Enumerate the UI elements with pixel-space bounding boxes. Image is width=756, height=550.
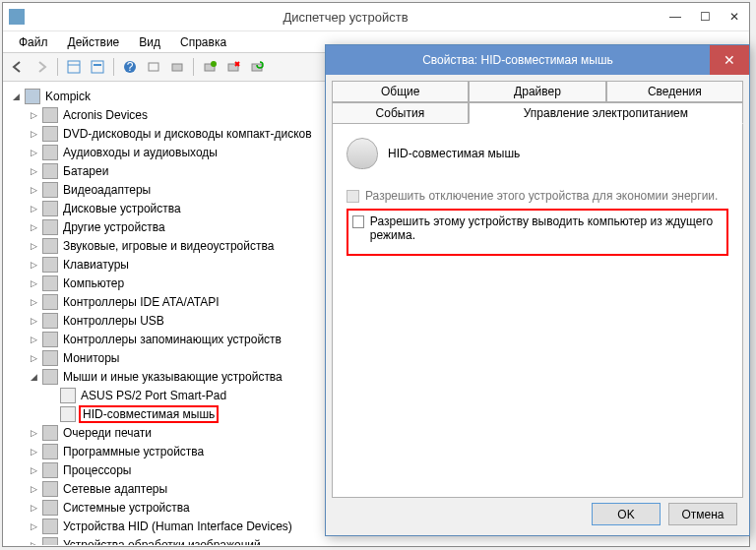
device-icon [42, 145, 58, 160]
expander-icon[interactable]: ▷ [28, 483, 39, 495]
tree-item-label: Acronis Devices [61, 107, 150, 123]
tree-item-label: Устройства HID (Human Interface Devices) [61, 519, 294, 534]
expander-icon[interactable]: ▷ [28, 520, 39, 532]
tree-item-label: Компьютер [61, 275, 126, 291]
show-hide-tree-button[interactable] [63, 56, 85, 78]
refresh-button[interactable] [246, 56, 268, 78]
close-button[interactable]: ✕ [720, 6, 749, 28]
tab-details[interactable]: Сведения [606, 81, 743, 102]
ok-button[interactable]: OK [592, 503, 661, 525]
svg-text:?: ? [127, 60, 134, 74]
mouse-icon [60, 406, 76, 422]
device-icon [42, 182, 58, 198]
tab-power[interactable]: Управление электропитанием [469, 102, 743, 124]
svg-rect-3 [94, 64, 101, 66]
expander-icon[interactable]: ▷ [28, 427, 39, 439]
properties-toolbar-button[interactable] [87, 56, 108, 78]
device-icon [42, 332, 58, 347]
device-icon [42, 313, 58, 329]
menu-action[interactable]: Действие [60, 33, 128, 51]
expander-icon[interactable]: ▷ [28, 446, 39, 458]
tree-item-label: Программные устройства [61, 444, 206, 459]
tab-driver[interactable]: Драйвер [469, 81, 605, 102]
disable-button[interactable] [222, 56, 244, 78]
tree-category[interactable]: ▷Устройства обработки изображений [6, 535, 746, 545]
expander-icon[interactable]: ▷ [28, 221, 39, 233]
expander-icon[interactable]: ▷ [28, 184, 39, 196]
scan-hardware-button[interactable] [143, 56, 164, 78]
menu-help[interactable]: Справка [172, 33, 234, 51]
device-icon [42, 500, 58, 516]
tree-item-label: Другие устройства [61, 219, 167, 235]
checkbox-allow-wake-row[interactable]: Разрешить этому устройству выводить комп… [352, 214, 721, 242]
highlight-frame: Разрешить этому устройству выводить комп… [346, 209, 728, 256]
device-icon [42, 107, 58, 123]
tree-item-label: Контроллеры IDE ATA/ATAPI [61, 294, 221, 310]
tree-item-label: Kompick [43, 89, 93, 104]
expander-icon[interactable]: ▷ [28, 334, 39, 345]
expander-icon[interactable]: ▷ [28, 147, 39, 158]
expander-icon[interactable]: ▷ [28, 315, 39, 327]
device-icon [42, 444, 58, 459]
device-icon [42, 462, 58, 478]
toolbar-separator [113, 58, 114, 76]
checkbox-allow-wake[interactable] [352, 215, 364, 228]
tree-item-label: Устройства обработки изображений [61, 537, 263, 546]
mouse-category-icon [42, 369, 58, 385]
expander-icon[interactable]: ◢ [10, 91, 22, 102]
tree-item-label: Контроллеры запоминающих устройств [61, 332, 284, 347]
expander-icon[interactable]: ▷ [28, 352, 39, 364]
expander-icon[interactable]: ◢ [28, 371, 39, 383]
expander-icon[interactable]: ▷ [28, 203, 39, 214]
menu-view[interactable]: Вид [131, 33, 168, 51]
device-icon [42, 481, 58, 497]
tree-item-label: Аудиовходы и аудиовыходы [61, 145, 220, 160]
expander-icon[interactable]: ▷ [28, 296, 39, 308]
update-driver-button[interactable] [166, 56, 188, 78]
tree-item-label: Дисковые устройства [61, 201, 183, 216]
expander-icon[interactable]: ▷ [28, 109, 39, 121]
device-icon [42, 257, 58, 273]
cancel-button[interactable]: Отмена [668, 503, 737, 525]
expander-icon[interactable] [45, 408, 57, 420]
device-icon [42, 126, 58, 142]
tree-item-label: ASUS PS/2 Port Smart-Pad [79, 388, 228, 403]
device-icon [42, 350, 58, 366]
dialog-title: Свойства: HID-совместимая мышь [326, 53, 710, 67]
tab-events[interactable]: События [332, 102, 469, 124]
tab-general[interactable]: Общие [332, 81, 469, 102]
device-icon [42, 238, 58, 254]
expander-icon[interactable]: ▷ [28, 464, 39, 476]
computer-icon [25, 89, 40, 104]
expander-icon[interactable]: ▷ [28, 539, 39, 546]
expander-icon[interactable]: ▷ [28, 240, 39, 252]
help-button[interactable]: ? [119, 56, 141, 78]
expander-icon[interactable]: ▷ [28, 165, 39, 177]
expander-icon[interactable]: ▷ [28, 277, 39, 289]
tree-item-label: Мыши и иные указывающие устройства [61, 369, 284, 385]
tree-item-label: Батареи [61, 163, 110, 179]
menu-file[interactable]: Файл [11, 33, 56, 51]
svg-rect-6 [149, 63, 158, 71]
forward-button[interactable] [31, 56, 52, 78]
expander-icon[interactable]: ▷ [28, 502, 39, 514]
device-header: HID-совместимая мышь [346, 138, 728, 169]
tree-item-label: Контроллеры USB [61, 313, 166, 329]
tree-item-label: Звуковые, игровые и видеоустройства [61, 238, 276, 254]
tree-item-label: Очереди печати [61, 425, 154, 441]
minimize-button[interactable]: — [661, 6, 690, 28]
checkbox-allow-turnoff-label: Разрешить отключение этого устройства дл… [365, 189, 718, 203]
tree-item-label: Видеоадаптеры [61, 182, 153, 198]
expander-icon[interactable]: ▷ [28, 128, 39, 140]
device-icon [42, 519, 58, 534]
back-button[interactable] [7, 56, 29, 78]
expander-icon[interactable] [45, 390, 57, 401]
maximize-button[interactable]: ☐ [690, 6, 720, 28]
uninstall-button[interactable] [199, 56, 220, 78]
window-controls: — ☐ ✕ [661, 6, 749, 28]
expander-icon[interactable]: ▷ [28, 259, 39, 271]
dialog-close-button[interactable]: ✕ [710, 45, 749, 75]
device-icon [42, 425, 58, 441]
tab-panel-power: HID-совместимая мышь Разрешить отключени… [332, 124, 743, 498]
dialog-buttons: OK Отмена [592, 503, 737, 525]
